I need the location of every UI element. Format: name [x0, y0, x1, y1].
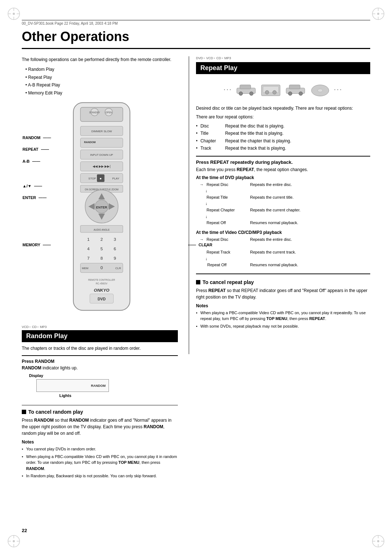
cancel-repeat-text: Press REPEAT so that REPEAT indicator go…: [196, 287, 370, 300]
svg-text:DIMMER   SLOW: DIMMER SLOW: [91, 130, 112, 133]
svg-rect-73: [240, 85, 251, 89]
vcd-flow-item-1: → Repeat Disc Repeats the entire disc.: [200, 236, 370, 243]
svg-text:ONKYO: ONKYO: [94, 288, 110, 292]
bullet-ab-repeat-play: A-B Repeat Play: [25, 81, 178, 89]
random-format-badges: VCD CD MP3: [22, 325, 178, 329]
random-badge-vcd: VCD: [22, 325, 30, 329]
cancel-repeat-section: To cancel repeat play Press REPEAT so th…: [196, 279, 370, 329]
option-title: Title Repeat the title that is playing.: [196, 130, 370, 137]
cancel-random-note-3: In Random play, Backward skip is not pos…: [22, 473, 178, 479]
random-divider-1: [22, 355, 178, 356]
top-bar-text: 00_DV-SP301.book Page 22 Friday, April 1…: [22, 21, 118, 25]
random-badge-cd: CD: [32, 325, 38, 329]
title-underline: [22, 48, 370, 49]
page-title: Other Operations: [22, 29, 129, 44]
dvd-flow-item-1: → Repeat Disc Repeats the entire disc.: [200, 182, 370, 188]
cancel-random-text: Press RANDOM so that RANDOM indicator go…: [22, 417, 178, 437]
cassette-icon: [260, 81, 282, 98]
svg-text:MEM: MEM: [82, 267, 88, 270]
svg-text:AUDIO  ANGLE: AUDIO ANGLE: [94, 228, 110, 231]
repeat-four-options: There are four repeat options:: [196, 114, 370, 120]
svg-text:2: 2: [101, 237, 103, 242]
display-label: Display: [29, 373, 178, 378]
repeat-divider-1: [196, 156, 370, 157]
repeat-options-list: Disc Repeat the disc that is playing. Ti…: [196, 122, 370, 152]
svg-text:STOP: STOP: [88, 177, 96, 180]
random-play-header: Random Play: [22, 330, 178, 342]
svg-text:DVD: DVD: [98, 297, 106, 301]
press-random-desc: RANDOM indicator lights up.: [22, 365, 178, 370]
svg-rect-81: [289, 85, 300, 89]
dvd-section-title: At the time of DVD playback: [196, 175, 370, 180]
cancel-random-header: To cancel random play: [22, 409, 178, 415]
remote-label-ab: A-B ——: [23, 159, 40, 163]
display-area: Display RANDOM Lights: [29, 373, 178, 398]
car-icon-2: [285, 81, 306, 98]
cancel-random-notes-list: You cannot play DVDs in random order. Wh…: [22, 446, 178, 479]
dvd-flow: → Repeat Disc Repeats the entire disc. ↓…: [200, 182, 370, 226]
dots-left: ···: [224, 86, 232, 93]
badge-cd: CD: [216, 56, 223, 60]
remote-label-arrows: ▲/▼ ——: [23, 184, 42, 188]
svg-point-7: [377, 13, 379, 15]
svg-point-83: [299, 92, 302, 96]
press-repeat-title: Press REPEAT repeatedly during playback.: [196, 159, 370, 165]
cancel-repeat-header: To cancel repeat play: [196, 279, 370, 285]
svg-text:8: 8: [101, 256, 103, 260]
svg-point-85: [318, 89, 323, 92]
display-box: RANDOM: [36, 379, 109, 392]
cancel-random-section: To cancel random play Press RANDOM so th…: [22, 405, 178, 481]
cancel-repeat-note-1: When playing a PBC-compatible Video CD w…: [196, 310, 370, 322]
disc-icon: [309, 81, 331, 98]
remote-label-random: RANDOM ——: [23, 135, 51, 140]
cancel-random-note-1: You cannot play DVDs in random order.: [22, 446, 178, 452]
press-random-title: Press RANDOM: [22, 359, 178, 364]
svg-text:STANDBY: STANDBY: [89, 111, 100, 114]
svg-text:7: 7: [87, 256, 90, 260]
intro-bullet-list: Random Play Repeat Play A-B Repeat Play …: [25, 66, 178, 97]
corner-decoration-tl: [7, 7, 21, 21]
cancel-repeat-notes-list: When playing a PBC-compatible Video CD w…: [196, 310, 370, 329]
cancel-repeat-notes: Notes When playing a PBC-compatible Vide…: [196, 303, 370, 329]
svg-text:RC-456OV: RC-456OV: [96, 282, 107, 285]
svg-text:6: 6: [114, 246, 116, 251]
svg-text:0: 0: [101, 265, 103, 270]
black-square-icon: [196, 280, 200, 284]
remote-label-enter: ENTER ——: [23, 195, 46, 200]
dvd-flow-item-3: → Repeat Chapter Repeats the current cha…: [200, 207, 370, 214]
svg-point-82: [288, 92, 292, 96]
page-number: 22: [22, 528, 27, 533]
left-column: The following operations can be performe…: [22, 56, 178, 97]
top-bar: 00_DV-SP301.book Page 22 Friday, April 1…: [22, 20, 370, 25]
remote-control-image: STANDBY OPEN DIMMER SLOW RANDOM INPUT DO…: [54, 100, 149, 318]
svg-text:5: 5: [101, 246, 103, 251]
badge-vcd: VCD: [206, 56, 215, 60]
column-divider: [189, 56, 189, 354]
remote-label-memory: MEMORY ——: [23, 243, 51, 247]
badge-dvd: DVD: [196, 56, 205, 60]
svg-point-75: [249, 92, 253, 96]
random-play-section: VCD CD MP3 Random Play The chapters or t…: [22, 325, 178, 398]
vcd-flow-item-2: → Repeat Track Repeats the current track…: [200, 249, 370, 256]
repeat-desc: Desired disc or title can be played back…: [196, 105, 370, 112]
option-chapter: Chapter Repeat the chapter that is playi…: [196, 137, 370, 145]
svg-text:◀◀  ▶▶  ▶▶|: ◀◀ ▶▶ ▶▶|: [93, 165, 110, 168]
svg-text:1: 1: [87, 237, 90, 242]
cancel-repeat-note-2: With some DVDs, repeat playback may not …: [196, 323, 370, 329]
svg-text:3: 3: [114, 237, 116, 242]
svg-text:REMOTE CONTROLLER: REMOTE CONTROLLER: [88, 279, 115, 281]
lights-label: Lights: [29, 393, 102, 398]
corner-decoration-bl: [7, 534, 21, 548]
badge-mp3: MP3: [224, 56, 232, 60]
bullet-memory-edit-play: Memory Edit Play: [25, 89, 178, 97]
bullet-repeat-play: Repeat Play: [25, 74, 178, 82]
dvd-flow-item-4: → Repeat Off Resumes normal playback.: [200, 220, 370, 226]
dvd-flow-item-2: → Repeat Title Repeats the current title…: [200, 194, 370, 201]
dots-right: ···: [334, 86, 343, 93]
car-icon-1: [235, 81, 257, 98]
option-disc: Disc Repeat the disc that is playing.: [196, 122, 370, 130]
svg-point-13: [13, 540, 15, 542]
svg-text:ENTER: ENTER: [96, 206, 107, 209]
cancel-random-note-2: When playing a PBC-compatible Video CD w…: [22, 454, 178, 472]
svg-point-79: [273, 90, 276, 94]
